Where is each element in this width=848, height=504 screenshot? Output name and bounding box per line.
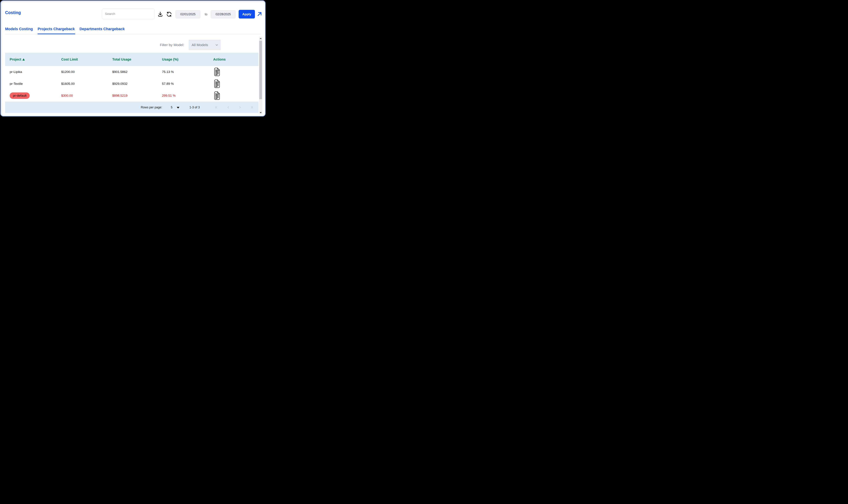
project-cell: pr-Lipika <box>10 66 22 78</box>
refresh-icon <box>166 11 172 17</box>
column-header-usage-pct: Usage (%) <box>162 53 178 66</box>
chevron-left-icon <box>227 106 230 109</box>
column-header-cost-limit: Cost Limit <box>61 53 78 66</box>
page-range-label: 1-3 of 3 <box>190 102 200 113</box>
refresh-button[interactable] <box>166 11 172 17</box>
last-page-button[interactable] <box>250 106 254 109</box>
invoice-report-button[interactable]: $ <box>213 91 220 100</box>
table-row: pr-Textile $1605.00 $929.0932 57.89 % $ <box>5 78 258 90</box>
tab-models-costing[interactable]: Models Costing <box>5 27 33 34</box>
date-range-to-label: to <box>202 10 210 18</box>
project-cell: pr-Textile <box>10 78 23 90</box>
usage-pct-cell: 57.89 % <box>162 78 174 90</box>
invoice-icon: $ <box>213 68 220 76</box>
tab-projects-chargeback[interactable]: Projects Chargeback <box>38 27 75 34</box>
first-page-icon <box>215 106 218 109</box>
filter-by-model-label: Filter by Model: <box>160 43 184 47</box>
scrollbar-down-arrow-icon[interactable] <box>259 111 263 114</box>
table-row: pr-Lipika $1200.00 $901.5862 75.13 % $ <box>5 66 258 78</box>
date-to-field[interactable] <box>211 10 236 18</box>
svg-text:$: $ <box>215 81 217 84</box>
table-header-row: Project Cost Limit Total Usage Usage (%)… <box>5 53 258 66</box>
scrollbar[interactable] <box>259 37 263 114</box>
model-filter-select[interactable]: All Models <box>188 40 221 50</box>
first-page-button[interactable] <box>215 106 218 109</box>
rows-per-page-value[interactable]: 5 <box>171 102 173 113</box>
column-header-actions: Actions <box>213 53 225 66</box>
download-icon <box>157 11 163 17</box>
next-page-button[interactable] <box>238 106 242 109</box>
scrollbar-up-arrow-icon[interactable] <box>259 37 263 40</box>
chevron-right-icon <box>238 106 242 109</box>
table-row-over-limit: pr-default $300.00 $898.5219 299.51 % $ <box>5 90 258 102</box>
svg-text:$: $ <box>215 93 217 95</box>
usage-pct-cell: 75.13 % <box>162 66 174 78</box>
project-over-limit-badge: pr-default <box>10 92 30 99</box>
invoice-report-button[interactable]: $ <box>213 68 220 76</box>
apply-button[interactable]: Apply <box>239 10 255 18</box>
cost-limit-cell: $1605.00 <box>61 78 75 90</box>
model-filter-value: All Models <box>192 43 208 47</box>
cost-limit-cell: $1200.00 <box>61 66 75 78</box>
total-usage-cell: $901.5862 <box>112 66 128 78</box>
tab-departments-chargeback[interactable]: Departments Chargeback <box>79 27 125 34</box>
tab-bar: Models Costing Projects Chargeback Depar… <box>5 27 261 34</box>
column-header-total-usage: Total Usage <box>112 53 131 66</box>
invoice-icon: $ <box>213 79 220 88</box>
scrollbar-thumb[interactable] <box>259 41 262 99</box>
total-usage-cell: $898.5219 <box>112 90 128 102</box>
svg-text:$: $ <box>215 69 217 72</box>
costing-page: Costing to Apply Models Costing Projects… <box>0 0 266 117</box>
invoice-report-button[interactable]: $ <box>213 79 220 88</box>
open-external-button[interactable] <box>257 11 263 17</box>
page-title: Costing <box>5 10 21 15</box>
external-link-icon <box>257 11 263 17</box>
date-from-field[interactable] <box>175 10 200 18</box>
search-input[interactable] <box>102 8 155 19</box>
caret-down-icon[interactable] <box>177 107 179 109</box>
table-footer: Rows per page: 5 1-3 of 3 <box>5 102 258 113</box>
rows-per-page-label: Rows per page: <box>141 102 162 113</box>
download-button[interactable] <box>157 11 163 17</box>
chevron-down-icon <box>215 43 219 47</box>
usage-pct-cell: 299.51 % <box>162 90 176 102</box>
cost-limit-cell: $300.00 <box>61 90 73 102</box>
last-page-icon <box>250 106 254 109</box>
previous-page-button[interactable] <box>227 106 230 109</box>
column-header-project[interactable]: Project <box>10 53 25 66</box>
total-usage-cell: $929.0932 <box>112 78 128 90</box>
invoice-icon: $ <box>213 91 220 100</box>
sort-asc-icon <box>22 58 25 60</box>
